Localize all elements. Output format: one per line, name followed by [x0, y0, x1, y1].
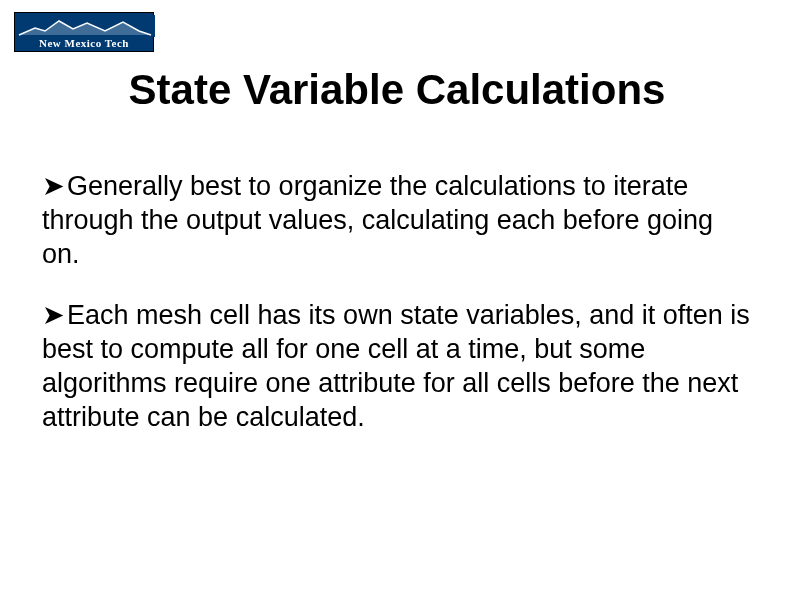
bullet-item: ➤Each mesh cell has its own state variab… [42, 299, 754, 434]
slide: New Mexico Tech State Variable Calculati… [0, 0, 794, 595]
bullet-arrow-icon: ➤ [42, 171, 65, 201]
slide-body: ➤Generally best to organize the calculat… [42, 170, 754, 462]
bullet-text: Generally best to organize the calculati… [42, 171, 713, 269]
institution-logo: New Mexico Tech [14, 12, 154, 52]
logo-text: New Mexico Tech [15, 37, 153, 51]
mountain-icon [15, 15, 153, 37]
slide-title: State Variable Calculations [0, 66, 794, 114]
bullet-text: Each mesh cell has its own state variabl… [42, 300, 750, 431]
bullet-item: ➤Generally best to organize the calculat… [42, 170, 754, 271]
bullet-arrow-icon: ➤ [42, 300, 65, 330]
